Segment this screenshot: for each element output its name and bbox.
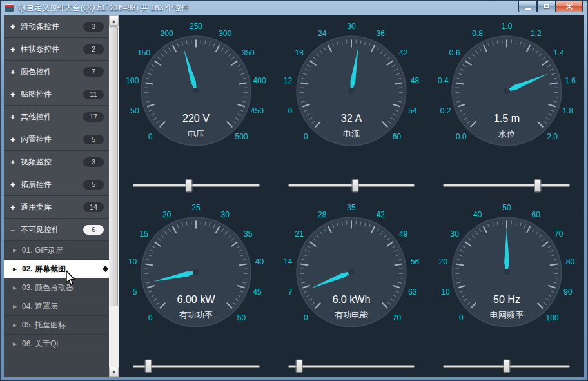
sidebar-child-screen-capture[interactable]: ▶ 02. 屏幕截图	[4, 260, 109, 278]
close-button[interactable]	[556, 1, 583, 12]
slider-voltage[interactable]	[119, 175, 274, 197]
gauge-value: 220 V	[182, 113, 210, 124]
gauge-tick-label: 40	[255, 257, 264, 266]
sidebar-scrollbar[interactable]: ▲ ▼	[109, 15, 119, 377]
gauge-tick-label: 0	[148, 132, 153, 141]
group-count-badge: 5	[83, 180, 104, 190]
gauge-tick-label: 6	[288, 106, 293, 115]
gauge-tick-label: 0.2	[440, 106, 451, 115]
minimize-button[interactable]	[518, 1, 537, 12]
child-label: 04. 遮罩层	[22, 301, 58, 312]
gauge-tick-label: 50	[237, 313, 246, 322]
gauge-tick-label: 28	[318, 210, 327, 219]
slider-current[interactable]	[274, 175, 429, 197]
child-arrow-icon: ▶	[13, 285, 22, 291]
gauge-tick-label: 1.0	[501, 22, 512, 31]
gauge-tick-label: 49	[399, 230, 408, 239]
slider-active-power[interactable]	[119, 355, 274, 377]
sidebar-child-tray-icon[interactable]: ▶ 05. 托盘图标	[4, 316, 109, 335]
title-bar[interactable]: Qt自定义控件大全(QQ:517216493) 共 163 个控件	[1, 1, 587, 15]
group-count-badge: 2	[83, 44, 104, 54]
sidebar-child-color-picker[interactable]: ▶ 03. 颜色拾取器	[4, 278, 109, 297]
slider-grid-frequency[interactable]	[429, 355, 584, 377]
sidebar-group-slider-controls[interactable]: + 滑动条控件 3	[4, 15, 109, 38]
scroll-up-button[interactable]: ▲	[109, 15, 119, 26]
maximize-button[interactable]	[537, 1, 556, 12]
slider-grid-frequency-handle[interactable]	[503, 360, 510, 373]
slider-active-power-handle[interactable]	[145, 360, 152, 373]
sidebar-group-common-library[interactable]: + 通用类库 14	[4, 196, 109, 219]
group-label: 其他控件	[21, 112, 83, 122]
gauge-value: 32 A	[341, 113, 362, 124]
gauge-tick-label: 10	[441, 288, 450, 297]
child-label: 06. 关于Qt	[22, 338, 59, 349]
group-count-badge: 3	[83, 157, 104, 167]
sidebar-group-invisible-controls[interactable]: − 不可见控件 6	[4, 219, 109, 241]
gauge-tick-label: 36	[377, 29, 386, 38]
sidebar-group-other-controls[interactable]: + 其他控件 17	[4, 106, 109, 128]
gauge-tick-label: 1.6	[565, 77, 576, 86]
gauge-tick-label: 63	[408, 288, 417, 297]
gauge-tick-label: 50	[502, 203, 511, 212]
gauge-title: 有功电能	[335, 309, 368, 319]
gauge-tick-label: 25	[192, 203, 201, 212]
slider-water-level-track[interactable]	[443, 184, 570, 187]
sidebar: + 滑动条控件 3 + 柱状条控件 2 + 颜色控件 7 + 贴图控件 11 +…	[4, 15, 109, 377]
group-count-badge: 17	[83, 112, 104, 122]
child-arrow-icon: ▶	[13, 322, 22, 328]
scroll-track[interactable]	[109, 26, 119, 367]
slider-active-power-track[interactable]	[133, 365, 260, 368]
group-label: 不可见控件	[21, 224, 83, 235]
sidebar-group-skin-controls[interactable]: + 贴图控件 11	[4, 83, 109, 106]
group-toggle-icon: +	[10, 157, 21, 167]
gauge-voltage-dial: 050100150200250300350400450500220 V电压	[120, 17, 272, 173]
gauge-tick-label: 40	[473, 210, 482, 219]
slider-active-energy-track[interactable]	[288, 365, 415, 368]
sidebar-child-mask-layer[interactable]: ▶ 04. 遮罩层	[4, 297, 109, 316]
sidebar-child-gif-recorder[interactable]: ▶ 01. GIF录屏	[4, 241, 109, 260]
gauge-tick-label: 30	[221, 210, 230, 219]
gauge-tick-label: 7	[288, 288, 293, 297]
gauge-value: 1.5 m	[493, 113, 519, 124]
gauge-tick-label: 24	[318, 29, 327, 38]
sidebar-group-video-monitor[interactable]: + 视频监控 3	[4, 151, 109, 173]
gauge-tick-label: 42	[399, 49, 408, 58]
gauge-tick-label: 15	[140, 230, 149, 239]
gauge-title: 电流	[343, 129, 360, 139]
slider-voltage-track[interactable]	[133, 184, 260, 187]
sidebar-group-color-controls[interactable]: + 颜色控件 7	[4, 61, 109, 83]
child-label: 05. 托盘图标	[22, 320, 66, 331]
group-count-badge: 5	[83, 135, 104, 144]
group-label: 颜色控件	[21, 66, 83, 77]
group-toggle-icon: +	[10, 44, 21, 54]
gauge-tick-label: 1.2	[531, 29, 542, 38]
gauge-tick-label: 5	[133, 288, 137, 297]
gauge-tick-label: 500	[235, 132, 248, 141]
slider-grid-frequency-track[interactable]	[443, 365, 570, 368]
gauge-active-power-dial: 051015202530354045506.00 kW有功功率	[120, 198, 272, 354]
child-arrow-icon: ▶	[13, 341, 22, 347]
gauge-tick-label: 100	[545, 313, 558, 322]
sidebar-group-builtin-controls[interactable]: + 内置控件 5	[4, 128, 109, 151]
gauge-tick-label: 0	[148, 313, 153, 322]
slider-water-level-handle[interactable]	[534, 179, 542, 192]
group-count-badge: 7	[83, 67, 104, 77]
group-toggle-icon: +	[10, 135, 21, 144]
gauge-title: 电压	[188, 129, 204, 139]
slider-voltage-handle[interactable]	[185, 179, 192, 192]
slider-active-energy[interactable]	[274, 355, 429, 377]
group-label: 通用类库	[21, 202, 83, 213]
slider-current-track[interactable]	[288, 184, 415, 187]
sidebar-group-bar-controls[interactable]: + 柱状条控件 2	[4, 38, 109, 61]
scroll-thumb[interactable]	[110, 26, 118, 306]
slider-current-handle[interactable]	[352, 179, 359, 192]
scroll-down-button[interactable]: ▼	[109, 367, 119, 377]
sidebar-group-extend-controls[interactable]: + 拓展控件 5	[4, 173, 109, 196]
gauge-voltage: 050100150200250300350400450500220 V电压	[119, 15, 274, 175]
gauge-tick-label: 18	[295, 49, 304, 58]
scroll-down-icon: ▼	[112, 370, 116, 375]
sidebar-child-about-qt[interactable]: ▶ 06. 关于Qt	[4, 335, 109, 353]
slider-water-level[interactable]	[429, 175, 584, 197]
slider-active-energy-handle[interactable]	[296, 360, 303, 373]
gauge-tick-label: 1.8	[562, 106, 573, 115]
